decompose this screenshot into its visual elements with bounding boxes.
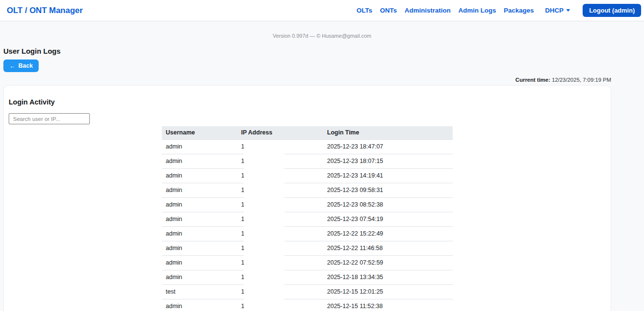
cell-login-time: 2025-12-15 11:52:38	[323, 299, 453, 311]
current-time-label: Current time:	[515, 77, 550, 83]
nav-link-admin-logs[interactable]: Admin Logs	[458, 7, 496, 14]
cell-login-time: 2025-12-22 07:52:59	[323, 256, 453, 270]
cell-username: admin	[162, 140, 237, 154]
login-table: UsernameIP AddressLogin Time admin102025…	[162, 126, 453, 311]
cell-username: admin	[162, 299, 237, 311]
table-row: admin102025-12-18 13:34:35	[162, 270, 453, 285]
chevron-down-icon	[566, 9, 570, 12]
ip-redaction-overlay	[244, 140, 285, 311]
navbar: OLT / ONT Manager OLTsONTsAdministration…	[0, 0, 644, 21]
nav-link-packages[interactable]: Packages	[504, 7, 534, 14]
cell-username: admin	[162, 227, 237, 241]
login-table-wrap: UsernameIP AddressLogin Time admin102025…	[162, 126, 453, 311]
table-row: test102025-12-15 12:01:25	[162, 285, 453, 299]
cell-username: admin	[162, 241, 237, 256]
cell-username: test	[162, 285, 237, 299]
cell-username: admin	[162, 154, 237, 169]
table-row: admin102025-12-15 11:52:38	[162, 299, 453, 311]
table-header-row: UsernameIP AddressLogin Time	[162, 126, 453, 140]
cell-login-time: 2025-12-23 18:07:15	[323, 154, 453, 169]
cell-login-time: 2025-12-15 12:01:25	[323, 285, 453, 299]
table-row: admin102025-12-23 18:47:07	[162, 140, 453, 154]
nav-links: OLTsONTsAdministrationAdmin LogsPackages…	[357, 7, 570, 14]
nav-link-administration[interactable]: Administration	[405, 7, 451, 14]
table-row: admin102025-12-23 07:54:19	[162, 212, 453, 227]
cell-login-time: 2025-12-23 08:52:38	[323, 198, 453, 212]
column-header-ip-address: IP Address	[237, 126, 323, 140]
back-button-label: Back	[18, 62, 33, 69]
cell-login-time: 2025-12-23 07:54:19	[323, 212, 453, 227]
cell-login-time: 2025-12-22 15:22:49	[323, 227, 453, 241]
brand-title[interactable]: OLT / ONT Manager	[7, 6, 83, 15]
back-arrow-icon: ←	[9, 63, 15, 69]
login-activity-card: Login Activity UsernameIP AddressLogin T…	[3, 85, 611, 311]
page-title: User Login Logs	[3, 47, 60, 55]
table-body: admin102025-12-23 18:47:07admin102025-12…	[162, 140, 453, 311]
table-row: admin102025-12-22 15:22:49	[162, 227, 453, 241]
cell-username: admin	[162, 270, 237, 285]
column-header-login-time: Login Time	[323, 126, 453, 140]
search-input[interactable]	[9, 113, 90, 124]
nav-link-dhcp[interactable]: DHCP	[545, 7, 570, 14]
cell-username: admin	[162, 183, 237, 198]
nav-link-onts[interactable]: ONTs	[380, 7, 397, 14]
column-header-username: Username	[162, 126, 237, 140]
cell-username: admin	[162, 198, 237, 212]
logout-button[interactable]: Logout (admin)	[583, 4, 641, 17]
current-time: Current time: 12/23/2025, 7:09:19 PM	[0, 77, 611, 83]
table-row: admin102025-12-23 14:19:41	[162, 169, 453, 183]
table-row: admin102025-12-22 11:46:58	[162, 241, 453, 256]
table-row: admin102025-12-23 18:07:15	[162, 154, 453, 169]
table-row: admin102025-12-23 08:52:38	[162, 198, 453, 212]
panel-title: Login Activity	[9, 98, 55, 106]
cell-login-time: 2025-12-23 14:19:41	[323, 169, 453, 183]
cell-login-time: 2025-12-23 18:47:07	[323, 140, 453, 154]
cell-username: admin	[162, 256, 237, 270]
cell-login-time: 2025-12-22 11:46:58	[323, 241, 453, 256]
cell-login-time: 2025-12-23 09:58:31	[323, 183, 453, 198]
cell-username: admin	[162, 212, 237, 227]
cell-login-time: 2025-12-18 13:34:35	[323, 270, 453, 285]
back-button[interactable]: ← Back	[3, 59, 39, 72]
table-row: admin102025-12-23 09:58:31	[162, 183, 453, 198]
current-time-value: 12/23/2025, 7:09:19 PM	[552, 77, 611, 83]
version-line: Version 0.997d — © Husame@gmail.com	[0, 33, 644, 39]
cell-username: admin	[162, 169, 237, 183]
table-row: admin102025-12-22 07:52:59	[162, 256, 453, 270]
nav-link-olts[interactable]: OLTs	[357, 7, 372, 14]
